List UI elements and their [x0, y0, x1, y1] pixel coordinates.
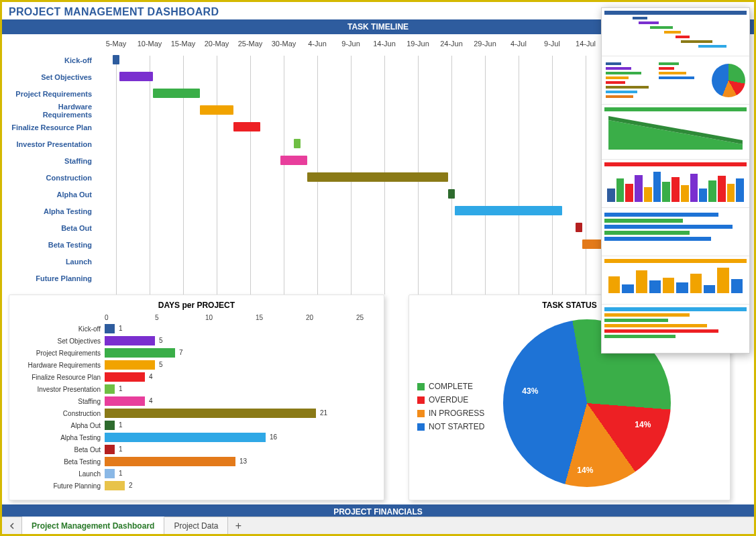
gantt-row: Investor Presentation: [9, 136, 586, 152]
legend-overdue: OVERDUE: [429, 395, 468, 405]
legend-inprogress: IN PROGRESS: [429, 409, 484, 418]
days-bar-label: Staffing: [17, 398, 105, 405]
days-bar-value: 5: [159, 360, 163, 370]
gantt-task-label: Alpha Testing: [9, 207, 96, 215]
days-bar-label: Finalize Resource Plan: [17, 374, 105, 381]
gantt-row: Construction: [9, 169, 586, 186]
thumbnail-1[interactable]: [602, 8, 749, 56]
gantt-row: Launch: [9, 253, 586, 270]
gantt-tick: 24-Jun: [435, 40, 468, 48]
gantt-tick: 19-Jun: [401, 40, 435, 48]
thumbnail-5[interactable]: [602, 208, 749, 256]
gantt-task-label: Finalize Resource Plan: [9, 123, 96, 131]
gantt-bar: [113, 55, 119, 64]
add-sheet-button[interactable]: +: [228, 517, 248, 534]
gantt-row: Beta Out: [9, 219, 586, 236]
gantt-row: Beta Testing: [9, 236, 586, 253]
days-bar-value: 21: [320, 409, 327, 418]
thumbnail-4[interactable]: [602, 160, 749, 208]
gantt-task-label: Hardware Requirements: [9, 103, 96, 119]
days-bar-label: Project Requirements: [17, 350, 105, 357]
days-bar-value: 16: [270, 433, 277, 442]
days-bar-value: 7: [179, 348, 183, 358]
gantt-bar: [280, 156, 307, 165]
days-bar: [105, 324, 115, 333]
gantt-bar: [455, 206, 562, 215]
days-bar-value: 13: [239, 457, 247, 466]
days-bar-value: 4: [149, 396, 153, 406]
days-bar-row: Construction21: [17, 407, 376, 419]
days-bar-row: Launch1: [17, 468, 376, 480]
days-bar: [105, 384, 115, 394]
gantt-bar: [200, 105, 233, 115]
days-chart-title: DAYS per PROJECT: [17, 301, 376, 310]
gantt-tick: 14-Jun: [368, 40, 401, 48]
days-bar-row: Hardware Requirements5: [17, 359, 376, 371]
days-bar-row: Kick-off1: [17, 323, 376, 335]
gantt-tick: 15-May: [166, 40, 200, 48]
gantt-task-label: Alpha Out: [9, 191, 96, 199]
gantt-bar: [307, 172, 448, 182]
gantt-task-label: Kick-off: [9, 56, 96, 64]
gantt-bar: [233, 122, 260, 131]
gantt-bar: [448, 189, 455, 199]
thumbnail-6[interactable]: [602, 256, 749, 305]
gantt-task-label: Launch: [9, 258, 96, 266]
days-bar-row: Beta Testing13: [17, 455, 376, 468]
days-bar-label: Future Planning: [17, 482, 105, 490]
gantt-task-label: Beta Testing: [9, 241, 96, 249]
days-bar-label: Alpha Testing: [17, 434, 105, 441]
days-bar-label: Construction: [17, 410, 105, 417]
thumbnail-7[interactable]: [602, 305, 749, 353]
gantt-tick: 20-May: [200, 40, 233, 48]
gantt-bar: [153, 89, 200, 98]
pie-label-overdue: 14%: [635, 420, 651, 429]
days-bar-value: 1: [119, 445, 123, 454]
gantt-task-label: Future Planning: [9, 274, 96, 282]
days-bar-value: 2: [129, 481, 133, 490]
days-bar: [105, 372, 145, 382]
days-bar: [105, 457, 235, 466]
thumbnail-2[interactable]: [602, 56, 749, 105]
gantt-bar: [294, 139, 301, 148]
days-per-project-chart: DAYS per PROJECT 0510152025 Kick-off1Set…: [9, 294, 384, 500]
pie-label-notstarted: 43%: [522, 386, 538, 396]
gantt-tick: 4-Jul: [502, 40, 535, 48]
days-bar-label: Alpha Out: [17, 422, 105, 429]
gantt-row: Kick-off: [9, 52, 586, 68]
thumbnail-panel[interactable]: [601, 7, 750, 354]
days-bar-label: Set Objectives: [17, 337, 105, 345]
gantt-bar: [576, 223, 582, 232]
days-bar-value: 1: [119, 384, 123, 394]
days-bar-value: 1: [119, 421, 123, 430]
days-bar: [105, 360, 155, 370]
days-bar-row: Beta Out1: [17, 443, 376, 455]
pie-label-inprogress: 14%: [577, 466, 593, 475]
days-bar-value: 1: [119, 469, 123, 478]
days-bar-value: 4: [149, 372, 153, 382]
gantt-tick: 25-May: [233, 40, 267, 48]
gantt-task-label: Set Objectives: [9, 73, 96, 81]
days-bar-row: Set Objectives5: [17, 335, 376, 347]
sheet-nav-button[interactable]: [2, 517, 22, 534]
thumbnail-3[interactable]: [602, 105, 749, 160]
days-bar: [105, 433, 266, 442]
days-bar-row: Staffing4: [17, 395, 376, 407]
days-bar-label: Hardware Requirements: [17, 362, 105, 369]
days-bar-label: Launch: [17, 470, 105, 478]
gantt-task-label: Staffing: [9, 157, 96, 165]
gantt-tick: 30-May: [267, 40, 301, 48]
gantt-task-label: Construction: [9, 174, 96, 182]
gantt-row: Alpha Out: [9, 186, 586, 203]
days-bar-row: Project Requirements7: [17, 347, 376, 359]
status-legend: COMPLETE OVERDUE IN PROGRESS NOT STARTED: [417, 378, 484, 435]
gantt-tick: 4-Jun: [301, 40, 334, 48]
svg-marker-0: [608, 120, 743, 150]
days-bar: [105, 445, 115, 454]
sheet-tab-dashboard[interactable]: Project Management Dashboard: [22, 517, 164, 534]
sheet-tab-project-data[interactable]: Project Data: [164, 517, 228, 534]
legend-complete: COMPLETE: [429, 382, 473, 391]
days-bar-row: Alpha Out1: [17, 419, 376, 431]
gantt-tick: 9-Jun: [334, 40, 368, 48]
gantt-tick: 14-Jul: [569, 40, 602, 48]
